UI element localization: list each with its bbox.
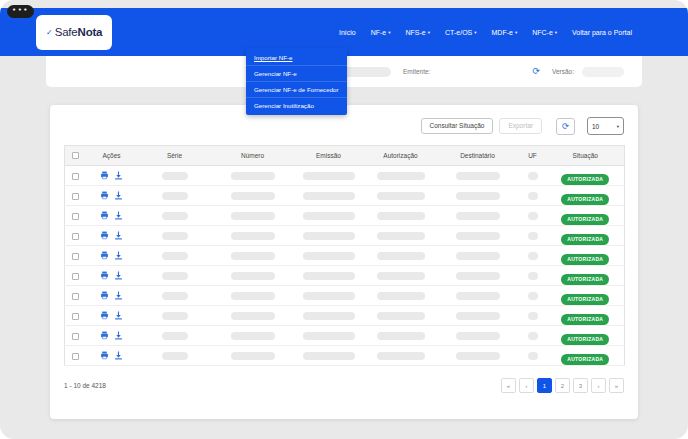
data-cell xyxy=(293,326,365,346)
download-icon[interactable] xyxy=(114,291,123,300)
cell-placeholder xyxy=(456,312,500,320)
row-checkbox[interactable] xyxy=(72,233,79,240)
menu-item-importar-nf-e[interactable]: Importar NF-e xyxy=(246,50,347,65)
nav-item-nf-e[interactable]: NF-e▾ xyxy=(371,29,391,36)
cell-placeholder xyxy=(231,212,275,220)
pagination-page-2[interactable]: 2 xyxy=(555,378,570,393)
cell-placeholder xyxy=(456,232,500,240)
actions-cell xyxy=(87,186,137,206)
row-actions xyxy=(87,186,137,205)
window-controls[interactable]: ••• xyxy=(7,5,34,18)
printer-icon[interactable] xyxy=(100,251,109,260)
nav-item-voltar-para-o-portal[interactable]: Voltar para o Portal xyxy=(572,29,632,36)
pagination-page-1[interactable]: 1 xyxy=(537,378,552,393)
page-size-select[interactable]: 10 ▾ xyxy=(587,117,624,135)
cell-placeholder xyxy=(456,172,500,180)
consultar-situacao-button[interactable]: Consultar Situação xyxy=(421,118,494,135)
emitente-label: Emitente: xyxy=(403,68,430,75)
table-row: AUTORIZADA xyxy=(65,266,625,286)
download-icon[interactable] xyxy=(114,251,123,260)
row-checkbox[interactable] xyxy=(72,313,79,320)
printer-icon[interactable] xyxy=(100,291,109,300)
pagination-prev[interactable]: ‹ xyxy=(519,378,534,393)
menu-item-gerenciar-nf-e[interactable]: Gerenciar NF-e xyxy=(246,65,347,81)
logo[interactable]: ✓ SafeNota xyxy=(36,15,112,50)
column-header-autorizacao: Autorização xyxy=(365,146,437,166)
cell-placeholder xyxy=(303,212,355,220)
printer-icon[interactable] xyxy=(100,171,109,180)
row-checkbox[interactable] xyxy=(72,173,79,180)
nav-item-nfc-e[interactable]: NFC-e▾ xyxy=(532,29,557,36)
nav-item-nfs-e[interactable]: NFS-e▾ xyxy=(406,29,431,36)
nav-item-mdf-e[interactable]: MDF-e▾ xyxy=(492,29,518,36)
uf-cell xyxy=(519,306,547,326)
download-icon[interactable] xyxy=(114,211,123,220)
refresh-table-button[interactable]: ⟳ xyxy=(556,118,575,135)
cell-placeholder xyxy=(528,332,538,340)
menu-item-gerenciar-nf-e-de-fornecedor[interactable]: Gerenciar NF-e de Fornecedor xyxy=(246,81,347,97)
download-icon[interactable] xyxy=(114,311,123,320)
content-card: Consultar Situação Exportar ⟳ 10 ▾ Ações… xyxy=(50,105,638,419)
page-size-value: 10 xyxy=(592,123,599,130)
printer-icon[interactable] xyxy=(100,271,109,280)
checkbox-cell xyxy=(65,346,87,366)
data-cell xyxy=(365,326,437,346)
status-badge: AUTORIZADA xyxy=(561,174,609,185)
download-icon[interactable] xyxy=(114,351,123,360)
actions-cell xyxy=(87,266,137,286)
refresh-icon[interactable]: ⟳ xyxy=(532,67,540,76)
status-badge: AUTORIZADA xyxy=(561,354,609,365)
data-cell xyxy=(437,266,519,286)
exportar-button[interactable]: Exportar xyxy=(499,118,542,135)
pagination-page-3[interactable]: 3 xyxy=(573,378,588,393)
pagination-last[interactable]: » xyxy=(609,378,624,393)
cell-placeholder xyxy=(231,252,275,260)
row-checkbox[interactable] xyxy=(72,353,79,360)
data-cell xyxy=(213,166,293,186)
download-icon[interactable] xyxy=(114,171,123,180)
status-badge: AUTORIZADA xyxy=(561,294,609,305)
cell-placeholder xyxy=(528,292,538,300)
checkbox-cell xyxy=(65,246,87,266)
row-checkbox[interactable] xyxy=(72,253,79,260)
cell-placeholder xyxy=(162,192,188,200)
checkbox-cell xyxy=(65,286,87,306)
printer-icon[interactable] xyxy=(100,351,109,360)
status-cell: AUTORIZADA xyxy=(547,286,625,306)
status-cell: AUTORIZADA xyxy=(547,266,625,286)
row-checkbox[interactable] xyxy=(72,193,79,200)
data-cell xyxy=(137,306,213,326)
uf-cell xyxy=(519,166,547,186)
cell-placeholder xyxy=(303,172,355,180)
status-badge: AUTORIZADA xyxy=(561,334,609,345)
pagination-next[interactable]: › xyxy=(591,378,606,393)
row-checkbox[interactable] xyxy=(72,213,79,220)
table-row: AUTORIZADA xyxy=(65,286,625,306)
download-icon[interactable] xyxy=(114,191,123,200)
row-checkbox[interactable] xyxy=(72,273,79,280)
nav-item-ct-e-os[interactable]: CT-e/OS▾ xyxy=(445,29,477,36)
data-cell xyxy=(293,346,365,366)
download-icon[interactable] xyxy=(114,271,123,280)
nav-item-inicio[interactable]: Início xyxy=(339,29,356,36)
download-icon[interactable] xyxy=(114,231,123,240)
printer-icon[interactable] xyxy=(100,231,109,240)
printer-icon[interactable] xyxy=(100,331,109,340)
cell-placeholder xyxy=(528,272,538,280)
menu-item-gerenciar-inutilizacao[interactable]: Gerenciar Inutilização xyxy=(246,97,347,113)
uf-cell xyxy=(519,346,547,366)
data-cell xyxy=(137,266,213,286)
checkbox-cell xyxy=(65,166,87,186)
download-icon[interactable] xyxy=(114,331,123,340)
select-all-checkbox[interactable] xyxy=(72,152,79,159)
cell-placeholder xyxy=(456,192,500,200)
table-row: AUTORIZADA xyxy=(65,206,625,226)
pagination-first[interactable]: « xyxy=(501,378,516,393)
row-checkbox[interactable] xyxy=(72,333,79,340)
cell-placeholder xyxy=(162,272,188,280)
actions-cell xyxy=(87,286,137,306)
printer-icon[interactable] xyxy=(100,191,109,200)
printer-icon[interactable] xyxy=(100,211,109,220)
row-checkbox[interactable] xyxy=(72,293,79,300)
printer-icon[interactable] xyxy=(100,311,109,320)
